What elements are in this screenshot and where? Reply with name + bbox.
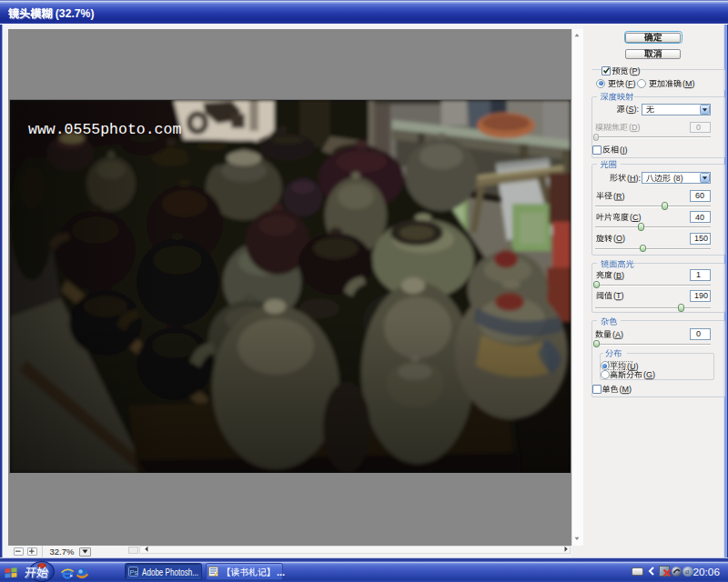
svg-text:a: a [685, 567, 689, 576]
svg-text:www.0555photo.com: www.0555photo.com [28, 121, 181, 138]
svg-text:Ps: Ps [129, 567, 137, 576]
